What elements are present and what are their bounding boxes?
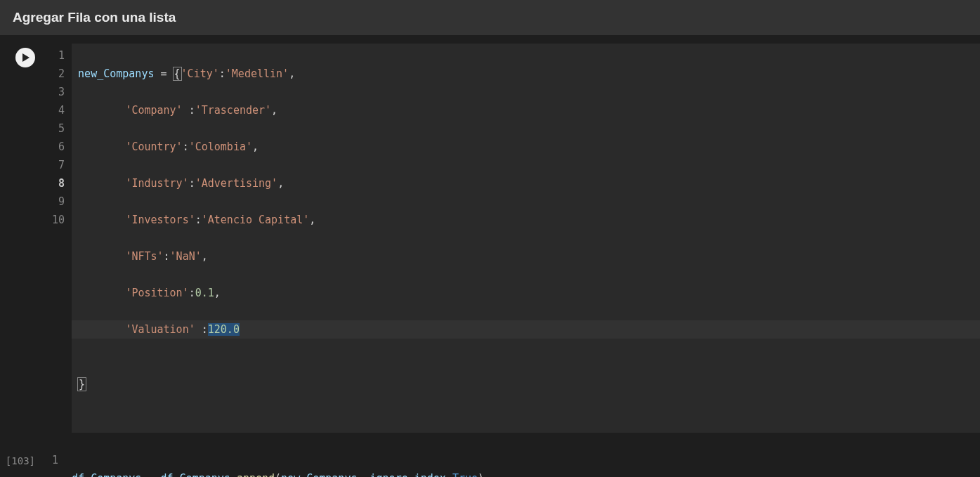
line-number-gutter: 1 2 3 4 5 6 7 8 9 10 [44,44,72,433]
heading-text: Agregar Fila con una lista [13,10,176,25]
run-cell-button[interactable] [15,48,35,67]
code-editor[interactable]: new_Companys = {'City':'Medellin', 'Comp… [72,44,980,433]
code-editor[interactable]: df_Companys = df_Companys.append(new_Com… [65,448,980,477]
code-cell-2: [103] 1 df_Companys = df_Companys.append… [0,448,980,477]
line-number-gutter: 1 [44,448,65,477]
play-icon [22,53,30,62]
section-heading: Agregar Fila con una lista [0,0,980,35]
code-cell-1: 1 2 3 4 5 6 7 8 9 10 new_Companys = {'Ci… [0,44,980,433]
execution-count: [103] [6,452,35,466]
